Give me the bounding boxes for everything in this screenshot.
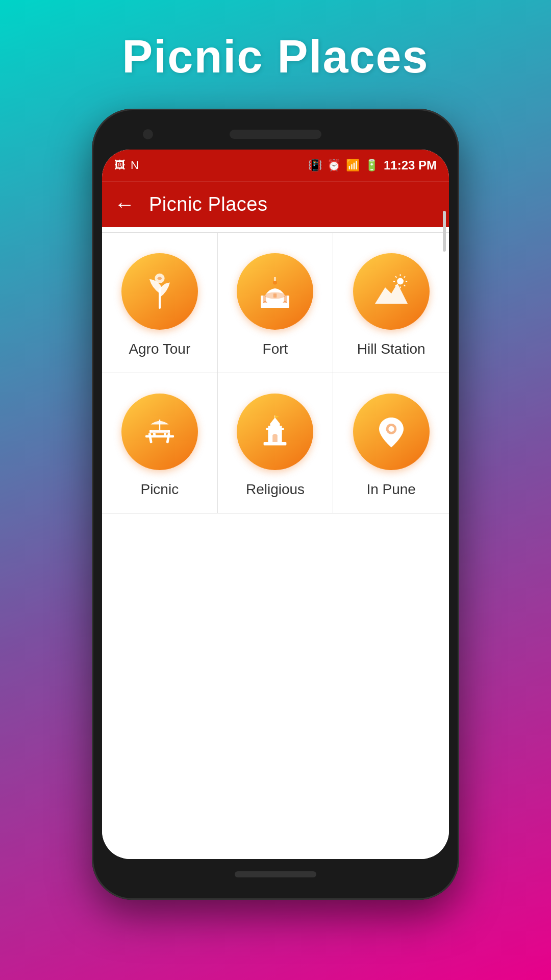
svg-rect-27: [268, 426, 282, 428]
category-grid: Agro Tour: [102, 232, 449, 513]
app-bar-title: Picnic Places: [149, 193, 267, 215]
religious-label: Religious: [246, 481, 305, 498]
phone-speaker: [230, 130, 321, 139]
hill-station-label: Hill Station: [357, 341, 425, 357]
grid-item-hill-station[interactable]: Hill Station: [333, 233, 449, 373]
svg-rect-4: [273, 293, 277, 298]
content-area: Agro Tour: [102, 227, 449, 859]
phone-camera: [143, 129, 153, 139]
in-pune-icon: [371, 411, 412, 452]
status-left-icons: 🖼 N: [114, 159, 139, 172]
hill-station-icon: [371, 271, 412, 312]
picnic-icon: [139, 411, 180, 452]
svg-rect-17: [149, 430, 170, 433]
status-time: 11:23 PM: [384, 158, 437, 173]
fort-icon-circle: [237, 253, 313, 330]
agro-tour-icon: [139, 271, 180, 312]
svg-rect-28: [266, 428, 284, 430]
grid-item-agro-tour[interactable]: Agro Tour: [102, 233, 218, 373]
notification-icon-1: 🖼: [114, 159, 126, 172]
svg-point-8: [397, 278, 404, 285]
svg-line-15: [404, 276, 405, 277]
notification-icon-2: N: [131, 159, 139, 172]
fort-label: Fort: [263, 341, 288, 357]
grid-item-fort[interactable]: Fort: [218, 233, 334, 373]
fort-icon: [255, 271, 295, 312]
agro-tour-label: Agro Tour: [129, 341, 190, 357]
screen: 🖼 N 📳 ⏰ 📶 🔋 11:23 PM ← Picnic Places: [102, 150, 449, 859]
in-pune-label: In Pune: [366, 481, 416, 498]
grid-item-picnic[interactable]: Picnic: [102, 373, 218, 513]
phone-shell: 🖼 N 📳 ⏰ 📶 🔋 11:23 PM ← Picnic Places: [92, 109, 459, 900]
alarm-icon: ⏰: [327, 159, 341, 172]
phone-top-bar: [102, 119, 449, 150]
page-title: Picnic Places: [122, 31, 429, 83]
religious-icon-circle: [237, 394, 313, 470]
phone-bottom: [102, 859, 449, 890]
svg-line-13: [395, 276, 396, 277]
svg-point-33: [388, 426, 394, 432]
signal-icon: 📶: [346, 159, 360, 172]
app-bar: ← Picnic Places: [102, 181, 449, 227]
grid-item-in-pune[interactable]: In Pune: [333, 373, 449, 513]
status-bar: 🖼 N 📳 ⏰ 📶 🔋 11:23 PM: [102, 150, 449, 181]
svg-rect-20: [166, 433, 170, 444]
in-pune-icon-circle: [353, 394, 430, 470]
scroll-indicator: [443, 211, 446, 252]
picnic-label: Picnic: [140, 481, 179, 498]
svg-rect-30: [264, 442, 287, 445]
hill-station-icon-circle: [353, 253, 430, 330]
picnic-icon-circle: [121, 394, 198, 470]
status-right-icons: 📳 ⏰ 📶 🔋 11:23 PM: [308, 158, 437, 173]
battery-icon: 🔋: [365, 159, 379, 172]
agro-tour-icon-circle: [121, 253, 198, 330]
back-button[interactable]: ←: [114, 193, 135, 216]
grid-item-religious[interactable]: Religious: [218, 373, 334, 513]
svg-rect-19: [148, 433, 152, 444]
home-indicator: [235, 871, 316, 877]
vibrate-icon: 📳: [308, 159, 322, 172]
religious-icon: [255, 411, 295, 452]
svg-rect-26: [270, 424, 280, 426]
svg-line-14: [404, 285, 405, 286]
